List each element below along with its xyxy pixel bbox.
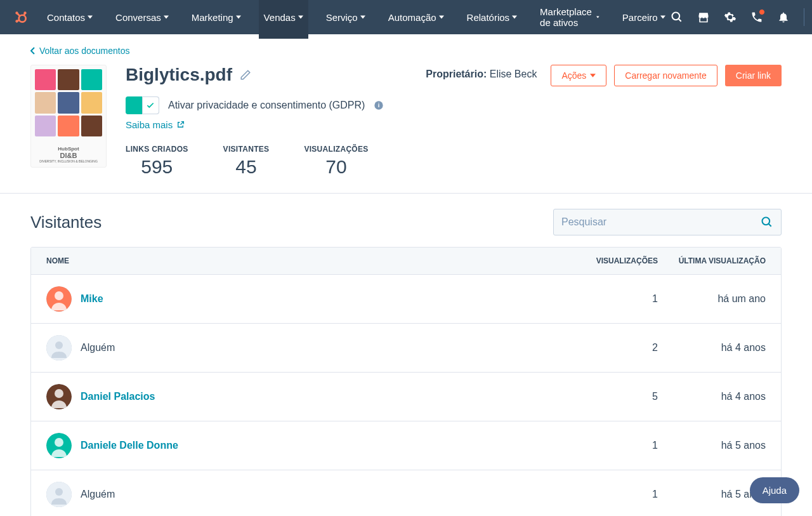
stat-1: VISITANTES45 [223,145,270,178]
actions-label: Ações [561,70,586,81]
back-link-label: Voltar aos documentos [39,46,129,56]
visitor-views: 1 [550,440,658,451]
visitor-views: 1 [550,293,658,305]
visitor-name: Alguém [81,342,115,354]
svg-text:i: i [378,102,380,109]
nav-label: Marketplace de ativos [540,6,594,28]
owner-label: Proprietário: [426,69,487,79]
visitor-views: 5 [550,391,658,402]
stat-label: LINKS CRIADOS [126,145,188,154]
col-last: ÚLTIMA VISUALIZAÇÃO [658,256,766,265]
search-icon[interactable] [671,11,683,23]
visitor-avatar[interactable] [46,286,72,312]
stat-0: LINKS CRIADOS595 [126,145,188,178]
create-link-label: Criar link [736,70,771,81]
edit-title-icon[interactable] [240,69,251,81]
nav-label: Parceiro [622,12,658,23]
visitor-avatar [46,335,72,361]
nav-item-6[interactable]: Relatórios [462,0,523,39]
nav-item-4[interactable]: Serviço [321,0,370,39]
visitor-name[interactable]: Daniele Delle Donne [81,440,178,451]
col-name: NOME [46,256,550,265]
stat-label: VISUALIZAÇÕES [304,145,368,154]
nav-label: Automação [388,12,436,23]
table-header: NOME VISUALIZAÇÕES ÚLTIMA VISUALIZAÇÃO [31,248,781,275]
gdpr-toggle[interactable] [126,96,159,114]
visitor-last: há um ano [658,293,766,305]
svg-point-14 [55,291,63,300]
svg-point-18 [55,389,63,398]
svg-point-20 [55,438,63,447]
actions-button[interactable]: Ações [551,65,606,86]
table-row: Daniel Palacios 5 há 4 anos [31,373,781,421]
svg-point-7 [672,13,679,20]
phone-icon[interactable] [750,11,763,23]
nav-item-0[interactable]: Contatos [42,0,98,39]
table-row: Mike 1 há um ano [31,275,781,324]
nav-label: Relatórios [467,12,510,23]
hubspot-logo[interactable] [13,8,29,26]
visitor-name[interactable]: Daniel Palacios [81,391,155,402]
nav-label: Serviço [326,12,358,23]
stat-value: 45 [223,156,270,178]
reload-button[interactable]: Carregar novamente [614,65,717,86]
nav-item-7[interactable]: Marketplace de ativos [535,0,605,39]
learn-more-label: Saiba mais [126,119,173,130]
stat-value: 70 [304,156,368,178]
settings-icon[interactable] [724,11,737,23]
document-title: Biglytics.pdf [126,65,232,85]
nav-item-1[interactable]: Conversas [110,0,174,39]
visitor-last: há 5 anos [658,440,766,451]
nav-label: Conversas [115,12,161,23]
learn-more-link[interactable]: Saiba mais [126,119,185,130]
nav-right-icons [671,7,812,27]
table-row: Alguém 2 há 4 anos [31,324,781,373]
nav-items: ContatosConversasMarketingVendasServiçoA… [42,0,671,39]
search-box[interactable] [553,209,782,235]
table-row: Alguém 1 há 5 anos [31,470,781,516]
nav-item-2[interactable]: Marketing [187,0,246,39]
info-icon[interactable]: i [374,100,384,110]
stat-label: VISITANTES [223,145,270,154]
visitor-avatar [46,482,72,507]
thumb-brand: HubSpot [35,147,102,152]
document-thumbnail[interactable]: HubSpot DI&B DIVERSITY, INCLUSION & BELO… [30,65,107,168]
nav-item-3[interactable]: Vendas [259,0,308,39]
document-header: HubSpot DI&B DIVERSITY, INCLUSION & BELO… [0,57,812,193]
svg-line-8 [678,19,681,22]
search-input[interactable] [561,216,761,228]
svg-point-11 [763,218,770,225]
nav-divider [804,8,804,26]
help-button[interactable]: Ajuda [750,477,799,503]
visitors-section: Visitantes NOME VISUALIZAÇÕES ÚLTIMA VIS… [0,194,812,516]
visitor-avatar[interactable] [46,433,72,458]
svg-line-4 [17,13,20,17]
col-views: VISUALIZAÇÕES [550,256,658,265]
stat-value: 595 [126,156,188,178]
thumb-tag: DIVERSITY, INCLUSION & BELONGING [35,160,102,164]
nav-item-5[interactable]: Automação [383,0,449,39]
visitor-last: há 4 anos [658,391,766,402]
visitor-name: Alguém [81,489,115,500]
bell-icon[interactable] [777,11,790,23]
visitor-last: há 4 anos [658,342,766,354]
nav-item-8[interactable]: Parceiro [617,0,671,39]
svg-point-22 [55,488,63,496]
visitor-name[interactable]: Mike [81,293,103,305]
gdpr-label: Ativar privacidade e consentimento (GDPR… [168,100,365,111]
visitor-avatar[interactable] [46,384,72,409]
marketplace-icon[interactable] [697,11,710,23]
create-link-button[interactable]: Criar link [725,65,782,86]
svg-point-16 [55,341,63,349]
owner-name: Elise Beck [490,69,537,79]
search-icon[interactable] [761,216,773,228]
help-label: Ajuda [763,485,787,496]
notification-dot [759,9,765,15]
nav-label: Contatos [47,12,85,23]
visitors-title: Visitantes [30,213,102,232]
reload-label: Carregar novamente [625,70,706,81]
thumb-sub: DI&B [35,152,102,159]
nav-label: Vendas [264,12,296,23]
back-to-documents-link[interactable]: Voltar aos documentos [30,46,129,56]
stat-2: VISUALIZAÇÕES70 [304,145,368,178]
